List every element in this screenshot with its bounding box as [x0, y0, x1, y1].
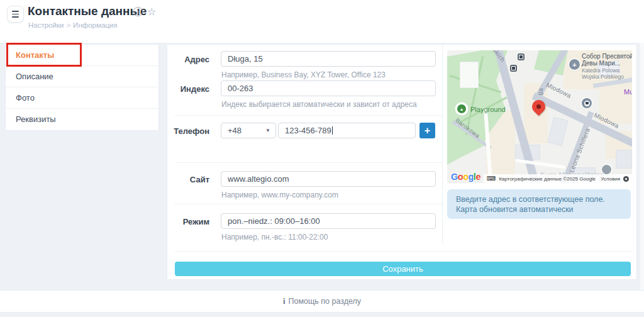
mode-input[interactable]: [221, 213, 436, 229]
playground-label: Playground: [470, 106, 506, 113]
church-sub-line2: Wojska Polskiego: [582, 74, 632, 81]
scrollbar-track[interactable]: [640, 43, 644, 290]
church-name-line1: Собор Пресвятой: [582, 53, 632, 60]
map-road: [515, 158, 565, 169]
phone-country-code-value: +48: [228, 126, 242, 135]
separator: [175, 204, 442, 204]
map-marker-pin[interactable]: [531, 99, 547, 118]
attribution-text: Картографические данные ©2025 Google: [499, 176, 596, 182]
address-label: Адрес: [174, 55, 209, 64]
section-help-bar[interactable]: i Помощь по разделу: [0, 290, 644, 313]
contact-form-card: Адрес Например, Business Bay, XYZ Tower,…: [167, 44, 637, 280]
playground-icon[interactable]: ▲: [456, 103, 467, 114]
map-attribution: ⌨ Картографические данные ©2025 Google У…: [484, 174, 632, 183]
text-cursor: [332, 126, 333, 135]
phone-value: 123-456-789: [285, 126, 331, 135]
index-label: Индекс: [174, 84, 209, 94]
hamburger-menu-button[interactable]: [7, 6, 24, 23]
sidebar-item-photo[interactable]: Фото: [6, 87, 158, 109]
index-input[interactable]: [221, 81, 436, 96]
help-info-icon: i: [283, 296, 286, 306]
page-title: Контактные данные: [28, 4, 147, 18]
site-hint: Например, www.my-company.com: [221, 191, 338, 199]
education-poi-icon[interactable]: [582, 98, 592, 108]
map-building: [460, 62, 479, 88]
breadcrumb-information: Информация: [73, 21, 117, 29]
site-label: Сайт: [174, 175, 209, 184]
address-hint: Например, Business Bay, XYZ Tower, Offic…: [221, 70, 386, 79]
mode-label: Режим: [174, 217, 209, 226]
phone-label: Телефон: [174, 126, 209, 136]
breadcrumb: Настройки>Информация: [28, 21, 118, 29]
help-label: Помощь по разделу: [289, 297, 362, 306]
map-hint-box: Введите адрес в соответствующее поле. Ка…: [447, 189, 631, 219]
separator: [175, 115, 442, 116]
church-name-line2: Девы Мари...: [582, 60, 632, 67]
museum-label: Mu: [624, 88, 632, 96]
breadcrumb-separator: >: [66, 21, 70, 29]
breadcrumb-settings[interactable]: Настройки: [28, 21, 64, 29]
settings-sidebar: Контакты Описание Фото Реквизиты: [5, 44, 159, 131]
sidebar-item-requisites[interactable]: Реквизиты: [6, 109, 158, 130]
phone-input[interactable]: 123-456-789: [278, 123, 416, 138]
sidebar-item-description[interactable]: Описание: [6, 66, 158, 87]
info-circle-icon[interactable]: i: [133, 7, 143, 16]
header: Контактные данные i ☆ Настройки>Информац…: [0, 0, 644, 43]
index-hint: Индекс выбирается автоматически и зависи…: [221, 100, 417, 109]
phone-country-code-select[interactable]: +48 ▼: [221, 123, 276, 138]
street-label: ga: [536, 87, 544, 96]
separator: [175, 162, 442, 163]
accessibility-icon[interactable]: [623, 176, 629, 182]
save-button[interactable]: Сохранить: [175, 262, 631, 276]
church-label: Собор Пресвятой Девы Мари... Katedra Pol…: [582, 53, 632, 80]
church-icon[interactable]: +: [569, 59, 580, 70]
keyboard-shortcuts-icon[interactable]: ⌨: [487, 175, 496, 182]
sidebar-item-contacts[interactable]: Контакты: [6, 45, 158, 66]
bus-stop-icon[interactable]: [518, 53, 525, 60]
google-map[interactable]: skich ga Miodowa Miodowa Leona Schillera…: [447, 50, 632, 183]
google-logo[interactable]: Google: [451, 172, 480, 182]
map-building: [547, 117, 568, 147]
site-input[interactable]: [221, 171, 436, 187]
bus-stop-icon[interactable]: [510, 65, 517, 72]
chevron-down-icon: ▼: [265, 123, 270, 138]
add-phone-button[interactable]: +: [419, 123, 435, 138]
terms-link[interactable]: Условия: [601, 176, 620, 182]
address-input[interactable]: [221, 51, 436, 67]
mode-hint: Например, пн.-вс.: 11:00-22:00: [221, 233, 328, 242]
separator-full: [175, 251, 631, 252]
star-icon[interactable]: ☆: [147, 7, 156, 16]
column-divider: [442, 45, 443, 243]
map-building: [616, 150, 632, 169]
